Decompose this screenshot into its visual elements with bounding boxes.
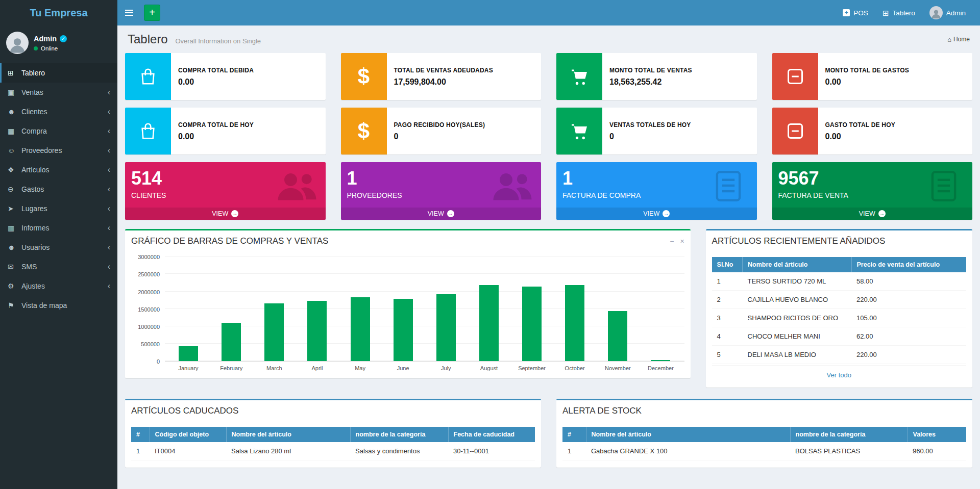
sales-cart-icon: ▣ bbox=[8, 88, 21, 96]
table-cell: 1 bbox=[562, 442, 586, 460]
y-tick-label: 2000000 bbox=[138, 289, 160, 295]
sidebar-item-articulos[interactable]: ❖Artículos‹ bbox=[0, 160, 117, 179]
arrow-circle-right-icon: → bbox=[663, 210, 670, 217]
navbar-pos-link[interactable]: + POS bbox=[836, 0, 875, 25]
sidebar-item-label: Clientes bbox=[21, 108, 108, 116]
x-tick-label: January bbox=[167, 365, 210, 371]
sidebar-item-sms[interactable]: ✉SMS‹ bbox=[0, 257, 117, 276]
hamburger-icon bbox=[125, 8, 133, 17]
table-cell: SHAMPOO RICITOS DE ORO bbox=[743, 309, 851, 327]
sidebar-item-clientes[interactable]: ☻Clientes‹ bbox=[0, 102, 117, 121]
bar-slot bbox=[639, 360, 682, 361]
user-avatar-icon bbox=[6, 32, 29, 54]
chevron-left-icon: ‹ bbox=[108, 282, 110, 290]
info-box: GASTO TOTAL DE HOY0.00 bbox=[772, 108, 973, 155]
sidebar-item-label: Informes bbox=[21, 224, 108, 232]
bar-slot bbox=[339, 297, 382, 361]
sidebar-item-informes[interactable]: ▥Informes‹ bbox=[0, 218, 117, 238]
bar-april bbox=[307, 301, 327, 361]
sidebar-item-label: SMS bbox=[21, 263, 108, 271]
sidebar-user-panel: Admin ✓ Online bbox=[0, 25, 117, 61]
bar-slot bbox=[510, 287, 553, 361]
arrow-circle-right-icon: → bbox=[878, 210, 886, 217]
user-name: Admin bbox=[34, 35, 57, 43]
sidebar-toggle-button[interactable] bbox=[117, 0, 141, 25]
info-box-content: PAGO RECIBIDO HOY(SALES)0 bbox=[387, 108, 493, 155]
bar-slot bbox=[596, 311, 639, 361]
sidebar-item-proveedores[interactable]: ☺Proveedores‹ bbox=[0, 141, 117, 160]
close-icon[interactable]: × bbox=[680, 237, 684, 245]
view-all-link[interactable]: Ver todo bbox=[827, 371, 851, 379]
chevron-left-icon: ‹ bbox=[108, 127, 110, 135]
cart-plus-icon bbox=[556, 53, 602, 100]
x-tick-label: June bbox=[382, 365, 425, 371]
sidebar-item-usuarios[interactable]: ☻Usuarios‹ bbox=[0, 238, 117, 257]
clients-icon: ☻ bbox=[8, 108, 21, 116]
file-text-icon bbox=[708, 170, 749, 202]
small-box-view-link[interactable]: VIEW→ bbox=[341, 208, 542, 220]
column-header: Nombre del árticulo bbox=[743, 257, 851, 272]
stock-alert-body: #Nombre del árticulonombre de la categor… bbox=[556, 422, 972, 468]
navbar-user-menu[interactable]: Admin bbox=[922, 0, 973, 25]
sidebar-item-compra[interactable]: ▦Compra‹ bbox=[0, 121, 117, 141]
map-icon: ⚑ bbox=[8, 301, 21, 310]
info-box-content: COMPRA TOTAL DE HOY0.00 bbox=[171, 108, 261, 155]
info-box-grid: COMPRA TOTAL DEBIDA0.00$TOTAL DE VENTAS … bbox=[125, 53, 972, 155]
sidebar-item-vista-de-mapa[interactable]: ⚑Vista de mapa bbox=[0, 296, 117, 315]
breadcrumb-home-label: Home bbox=[953, 36, 970, 43]
small-box-view-link[interactable]: VIEW→ bbox=[556, 208, 757, 220]
bar-march bbox=[264, 303, 284, 361]
small-box-view-link[interactable]: VIEW→ bbox=[772, 208, 973, 220]
bar-slot bbox=[296, 301, 338, 361]
expired-items-table: #Código del objetoNombre del árticulonom… bbox=[131, 427, 535, 460]
info-box: VENTAS TOTALES DE HOY0 bbox=[556, 108, 757, 155]
navbar-right: + POS ⊞ Tablero Admin bbox=[836, 0, 980, 25]
sidebar-item-gastos[interactable]: ⊖Gastos‹ bbox=[0, 179, 117, 199]
table-cell: DELI MASA LB MEDIO bbox=[743, 346, 851, 364]
bar-slot bbox=[210, 323, 253, 361]
bar-february bbox=[222, 323, 241, 361]
table-cell: 1 bbox=[131, 442, 150, 460]
quick-add-button[interactable]: + bbox=[144, 5, 160, 21]
user-status[interactable]: Online bbox=[34, 45, 67, 52]
recent-items-header: ARTÍCULOS RECIENTEMENTE AÑADIDOS bbox=[706, 230, 972, 252]
table-cell: 220.00 bbox=[851, 346, 966, 364]
expired-items-body: #Código del objetoNombre del árticulonom… bbox=[125, 422, 541, 468]
bars bbox=[165, 257, 684, 361]
sidebar-item-tablero[interactable]: ⊞Tablero bbox=[0, 63, 117, 83]
breadcrumb[interactable]: ⌂ Home bbox=[947, 36, 970, 43]
minimize-icon[interactable]: − bbox=[670, 237, 674, 245]
table-cell: 1 bbox=[712, 272, 743, 291]
items-icon: ❖ bbox=[8, 166, 21, 174]
expenses-icon: ⊖ bbox=[8, 185, 21, 193]
info-box-value: 0.00 bbox=[178, 132, 254, 141]
info-box-label: MONTO TOTAL DE VENTAS bbox=[609, 67, 692, 74]
info-box-value: 0 bbox=[609, 132, 691, 141]
column-header: Precio de venta del artículo bbox=[851, 257, 966, 272]
table-cell: BOLSAS PLASTICAS bbox=[790, 442, 908, 460]
sidebar-item-lugares[interactable]: ➤Lugares‹ bbox=[0, 199, 117, 218]
sidebar-item-ajustes[interactable]: ⚙Ajustes‹ bbox=[0, 276, 117, 296]
info-box-content: MONTO TOTAL DE VENTAS18,563,255.42 bbox=[602, 53, 699, 100]
bar-slot bbox=[553, 285, 596, 361]
info-box: COMPRA TOTAL DEBIDA0.00 bbox=[125, 53, 326, 100]
bar-august bbox=[479, 285, 499, 361]
table-row: 1IT0004Salsa Lizano 280 mlSalsas y condi… bbox=[131, 442, 535, 460]
arrow-circle-right-icon: → bbox=[447, 210, 454, 217]
navbar-tablero-link[interactable]: ⊞ Tablero bbox=[875, 0, 922, 25]
page-title: Tablero Overall Information on Single bbox=[128, 32, 261, 46]
small-box-view-link[interactable]: VIEW→ bbox=[125, 208, 326, 220]
users-group-icon bbox=[277, 170, 317, 202]
stock-alert-header: ALERTA DE STOCK bbox=[556, 400, 972, 422]
table-cell: IT0004 bbox=[150, 442, 226, 460]
users-group-icon bbox=[492, 170, 533, 202]
table-cell: CHOCO MELHER MANI bbox=[743, 327, 851, 346]
sidebar-item-ventas[interactable]: ▣Ventas‹ bbox=[0, 83, 117, 102]
chart-box-header: GRÁFICO DE BARRAS DE COMPRAS Y VENTAS − … bbox=[125, 230, 691, 252]
table-cell: 2 bbox=[712, 291, 743, 309]
sidebar-menu: ⊞Tablero▣Ventas‹☻Clientes‹▦Compra‹☺Prove… bbox=[0, 63, 117, 315]
brand-logo[interactable]: Tu Empresa bbox=[0, 0, 117, 25]
x-tick-label: December bbox=[639, 365, 682, 371]
bar-september bbox=[522, 287, 542, 361]
table-cell: Salsas y condimentos bbox=[350, 442, 448, 460]
